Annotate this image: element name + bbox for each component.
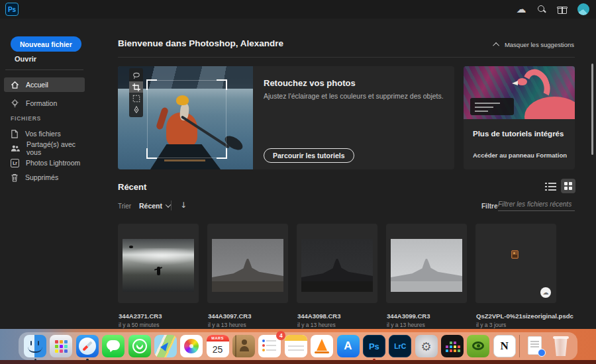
lasso-icon[interactable] (129, 70, 143, 81)
running-indicator (373, 359, 375, 361)
file-card[interactable] (207, 224, 288, 303)
sidebar-item-label: Supprimés (25, 173, 58, 181)
dock-notion-icon[interactable]: N (493, 335, 516, 357)
sidebar-item-formation[interactable]: Formation (4, 96, 85, 111)
document-icon (11, 130, 19, 138)
new-file-button[interactable]: Nouveau fichier (11, 36, 81, 52)
dock-whatsapp-icon[interactable] (128, 335, 151, 357)
filter-input[interactable] (498, 198, 575, 211)
crop-overlay (148, 81, 226, 158)
dock-appstore-icon[interactable]: A (337, 335, 360, 357)
file-thumbnail-basilica (212, 239, 283, 292)
search-icon[interactable] (536, 4, 547, 15)
file-thumbnail-basilica-light (391, 239, 462, 292)
sort-value: Récent (139, 202, 162, 210)
recent-section-title: Récent (118, 182, 146, 192)
chevron-up-icon (493, 42, 499, 49)
pen-icon[interactable] (129, 104, 143, 115)
gift-shape (558, 5, 567, 14)
sort-dropdown[interactable]: Récent (139, 202, 170, 210)
file-name: 344A3098.CR3 (297, 312, 383, 320)
dock-lightroom-classic-icon[interactable]: LrC (389, 335, 411, 357)
dock-vlc-icon[interactable] (311, 335, 333, 357)
flamingo-beak (512, 81, 518, 85)
grid-view-button[interactable] (561, 179, 575, 193)
open-button[interactable]: Ouvrir (15, 55, 36, 63)
sidebar-item-supprimes[interactable]: Supprimés (4, 170, 85, 185)
hide-suggestions-button[interactable]: Masquer les suggestions (495, 41, 574, 48)
sidebar-item-vos-fichiers[interactable]: Vos fichiers (4, 126, 85, 141)
hero-title: Retouchez vos photos (264, 78, 356, 88)
sidebar-item-accueil[interactable]: Accueil (4, 77, 85, 92)
running-indicator (34, 359, 37, 361)
file-time: il y a 3 jours (476, 322, 506, 328)
dock-geforce-icon[interactable] (467, 335, 489, 357)
file-time: il y a 13 heures (387, 322, 425, 328)
photoshop-home-screen: Ps ☁ Nouveau fichier Ouvrir Accueil Form… (0, 0, 596, 364)
tutorials-card-title: Plus de tutoriels intégrés (473, 130, 564, 138)
dock-photos-icon[interactable] (180, 335, 203, 357)
sidebar-item-label: Formation (26, 99, 57, 107)
search-glass (537, 5, 546, 14)
lightroom-badge-icon: Lr (11, 159, 19, 167)
flamingo-head (517, 78, 527, 85)
list-view-icon[interactable] (545, 183, 556, 191)
file-card[interactable]: ☁ (475, 224, 556, 303)
sidebar-item-label: Vos fichiers (25, 130, 61, 138)
dock-launchpad-icon[interactable] (50, 335, 72, 357)
file-name: QsZ2VPL-0%21sizeoriginal.psdc (476, 312, 562, 320)
hero-subtitle: Ajustez l'éclairage et les couleurs et s… (264, 92, 444, 100)
dock-notes-icon[interactable] (285, 335, 307, 357)
file-card[interactable] (386, 224, 467, 303)
dock-system-settings-icon[interactable]: ⚙ (415, 335, 438, 357)
flamingo-image (464, 66, 575, 119)
browse-tutorials-button[interactable]: Parcourir les tutoriels (264, 148, 354, 163)
crop-icon[interactable] (129, 81, 143, 93)
dock-finder-icon[interactable] (24, 335, 46, 357)
sidebar-divider (5, 69, 83, 70)
grid-view-icon (564, 182, 572, 190)
welcome-title: Bienvenue dans Photoshop, Alexandre (118, 38, 283, 48)
calendar-month: MARS (207, 335, 229, 341)
dock-photoshop-icon[interactable]: Ps (363, 335, 385, 357)
file-time: il y a 50 minutes (119, 322, 159, 328)
dock-trash-icon[interactable] (550, 335, 572, 357)
file-name: 344A3097.CR3 (208, 312, 294, 320)
marquee-icon[interactable] (129, 93, 143, 104)
dock-contacts-icon[interactable] (232, 335, 255, 357)
canoe-thwart (164, 159, 205, 161)
sort-label: Trier (118, 203, 131, 210)
hide-suggestions-label: Masquer les suggestions (505, 41, 574, 48)
sidebar-item-label: Partagé(s) avec vous (26, 140, 85, 156)
file-thumbnail-sea (123, 239, 194, 292)
dock-maps-icon[interactable] (154, 335, 177, 357)
sort-divider (171, 201, 172, 210)
tutorial-tooltip-decoration (470, 98, 514, 115)
chevron-down-icon (166, 202, 171, 207)
tutorials-card[interactable]: Plus de tutoriels intégrés Accéder au pa… (464, 66, 575, 169)
sort-direction-icon[interactable]: ↓ (180, 201, 187, 210)
dock-divider (519, 335, 520, 357)
files-section-label: FICHIERS (11, 115, 41, 122)
dock-reminders-icon[interactable]: 4 (258, 335, 281, 357)
topbar: Ps ☁ (0, 0, 596, 19)
dock-safari-icon[interactable] (76, 335, 99, 357)
sidebar-item-partages[interactable]: Partagé(s) avec vous (4, 141, 85, 156)
file-card[interactable] (297, 224, 377, 303)
gift-icon[interactable] (557, 4, 568, 15)
scrollbar[interactable] (591, 64, 593, 155)
filter-label: Filtre (481, 203, 497, 210)
dock-downloads-icon[interactable] (524, 335, 546, 357)
dock-messages-icon[interactable] (102, 335, 124, 357)
sidebar-item-label: Accueil (26, 81, 48, 89)
hero-canoe-image (118, 66, 253, 169)
dock-calendar-icon[interactable]: MARS 25 (207, 335, 229, 357)
open-formation-panel-link[interactable]: Accéder au panneau Formation (473, 152, 567, 159)
file-time: il y a 13 heures (297, 322, 336, 328)
suggestion-hero-card[interactable]: Retouchez vos photos Ajustez l'éclairage… (118, 66, 454, 169)
sidebar-item-photos-lightroom[interactable]: Lr Photos Lightroom (4, 156, 85, 170)
dock-deezer-icon[interactable] (441, 335, 464, 357)
account-avatar[interactable] (577, 3, 589, 15)
file-card[interactable] (118, 224, 199, 303)
cloud-icon[interactable]: ☁ (516, 4, 526, 15)
